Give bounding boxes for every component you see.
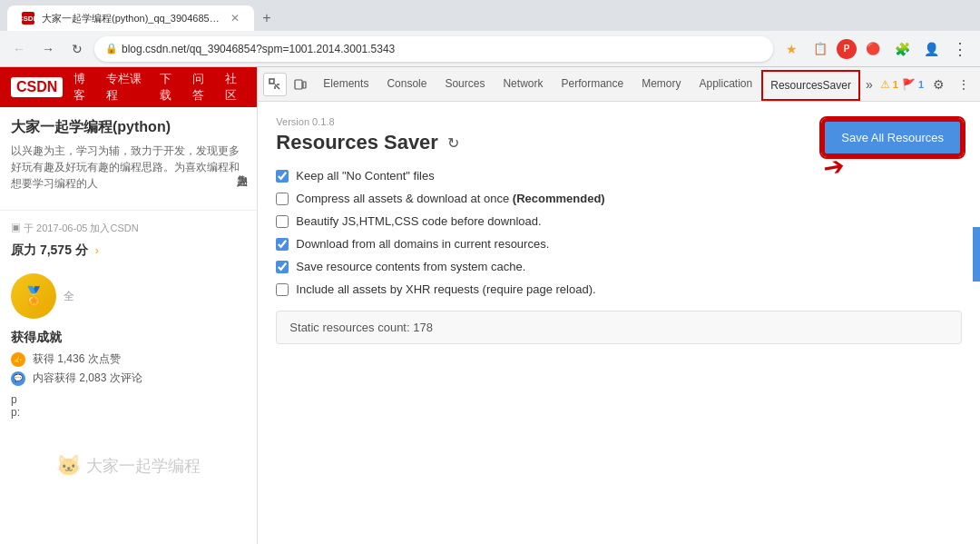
settings-button[interactable]: ⚙ [927,74,949,95]
csdn-header: CSDN 博客 专栏课程 下载 问答 社区 [0,67,257,107]
tab-elements[interactable]: Elements [314,67,377,102]
reload-button[interactable]: ↻ [65,37,89,61]
info-icon: 🚩 [902,78,916,91]
achievement-likes: 👍 获得 1,436 次点赞 [11,351,246,367]
tab-close[interactable]: ✕ [230,12,240,25]
achievement-comments: 💬 内容获得 2,083 次评论 [11,371,246,386]
info-count: 1 [918,79,924,90]
csdn-profile: ▣ 于 2017-06-05 加入CSDN 原力 7,575 分 › 🏅 全 获… [0,210,257,430]
checkbox-no-content-label: Keep all "No Content" files [296,169,434,183]
url-text: blog.csdn.net/qq_39046854?spm=1001.2014.… [122,43,395,55]
checkbox-beautify-input[interactable] [276,215,289,228]
bottom-label-p: p [11,393,246,406]
csdn-nav-blog[interactable]: 博客 [74,71,95,104]
checkbox-xhr: Include all assets by XHR requests (requ… [276,282,962,296]
lock-icon: 🔒 [105,43,118,54]
tab-network[interactable]: Network [494,67,552,102]
extension-icon-3[interactable]: 🔴 [860,36,886,62]
extensions-button[interactable]: 🧩 [889,36,915,62]
forward-button[interactable]: → [36,37,60,61]
url-bar[interactable]: 🔒 blog.csdn.net/qq_39046854?spm=1001.201… [94,36,773,62]
achievements-title: 获得成就 [11,330,246,346]
toolbar-icons: ★ 📋 P 🔴 🧩 👤 ⋮ [779,36,973,62]
browser-tab[interactable]: CSDN 大家一起学编程(python)_qq_39046854的博客-CSDN… [7,5,254,31]
tab-application[interactable]: Application [691,67,762,102]
checkbox-beautify: Beautify JS,HTML,CSS code before downloa… [276,214,962,228]
address-bar: ← → ↻ 🔒 blog.csdn.net/qq_39046854?spm=10… [0,31,980,67]
bottom-label-p2: p: [11,406,246,419]
static-count-box: Static resources count: 178 [276,311,962,344]
csdn-logo[interactable]: CSDN [11,77,63,97]
bottom-labels: p p: [11,393,246,419]
csdn-nav-course[interactable]: 专栏课程 [106,71,149,104]
tab-bar: CSDN 大家一起学编程(python)_qq_39046854的博客-CSDN… [0,0,980,31]
plugin-refresh-icon[interactable]: ↻ [447,134,459,152]
medal-icon: 🏅 [11,273,56,319]
rank-section: 原力 7,575 分 › [11,242,99,259]
checkbox-xhr-input[interactable] [276,283,289,296]
checkbox-compress-label: Compress all assets & download at once (… [296,192,604,205]
user-avatar[interactable]: 👤 [918,36,944,62]
static-count-label: Static resources count: 178 [289,321,433,334]
likes-icon: 👍 [11,352,25,367]
plugin-title: Resources Saver [276,131,438,154]
extension-icon-1[interactable]: 📋 [808,36,833,62]
checkbox-compress: Compress all assets & download at once (… [276,192,962,205]
tab-memory[interactable]: Memory [632,67,690,102]
warning-count: 1 [893,79,898,90]
rank-label: 原力 7,575 分 [11,242,88,259]
inspect-element-button[interactable] [263,73,287,96]
info-badge[interactable]: 🚩 1 [902,78,924,91]
rank-arrow[interactable]: › [95,244,99,257]
more-options-button[interactable]: ⋮ [953,74,975,95]
save-all-resources-button[interactable]: Save All Resources [823,120,962,155]
tab-sources[interactable]: Sources [436,67,494,102]
browser-chrome: CSDN 大家一起学编程(python)_qq_39046854的博客-CSDN… [0,0,980,67]
csdn-nav-download[interactable]: 下载 [160,71,181,104]
devtools-content: Version 0.1.8 Resources Saver ↻ Save All… [258,102,980,544]
devtools-panel: Elements Console Sources Network Perform… [258,67,980,544]
checkbox-system-cache: Save resource contents from system cache… [276,260,962,273]
svg-rect-1 [295,80,302,89]
menu-button[interactable]: ⋮ [947,36,973,62]
new-tab-button[interactable]: + [254,5,279,31]
watermark-section: 🐱 大家一起学编程 [0,439,257,493]
checkbox-compress-input[interactable] [276,193,289,205]
bookmark-star-icon[interactable]: ★ [779,36,804,62]
csdn-nav-community[interactable]: 社区 [225,71,247,104]
checkbox-no-content-input[interactable] [276,170,289,183]
warning-icon: ⚠ [880,78,890,91]
checkbox-list: Keep all "No Content" files Compress all… [276,169,962,296]
devtools-right-icons: ⚠ 1 🚩 1 ⚙ ⋮ [880,74,975,95]
extension-icon-2[interactable]: P [837,39,857,59]
medal-row: 🏅 全 [11,273,246,319]
tab-performance[interactable]: Performance [552,67,632,102]
tab-console[interactable]: Console [377,67,436,102]
article-desc: 以兴趣为主，学习为辅，致力于开发，发现更多好玩有趣及好玩有趣的编程思路。为喜欢编… [11,143,246,192]
more-tabs-button[interactable]: » [860,77,878,92]
likes-label: 获得 1,436 次点赞 [33,351,121,367]
svg-rect-2 [303,82,306,88]
tab-favicon: CSDN [22,12,34,25]
tab-title: 大家一起学编程(python)_qq_39046854的博客-CSDN博客 [42,12,223,25]
devtools-tabs: Elements Console Sources Network Perform… [314,67,877,102]
medal-label: 全 [64,289,74,304]
back-button[interactable]: ← [7,37,31,61]
checkbox-all-domains-input[interactable] [276,238,289,251]
checkbox-system-cache-input[interactable] [276,261,289,273]
device-mode-button[interactable] [289,73,312,96]
comments-icon: 💬 [11,371,25,386]
checkbox-xhr-label: Include all assets by XHR requests (requ… [296,282,595,296]
checkbox-system-cache-label: Save resource contents from system cache… [296,260,525,273]
checkbox-no-content: Keep all "No Content" files [276,169,962,183]
svg-rect-0 [270,79,274,84]
tab-resources-saver[interactable]: ResourcesSaver [761,70,860,101]
comments-label: 内容获得 2,083 次评论 [33,371,142,386]
main-content: CSDN 博客 专栏课程 下载 问答 社区 大家一起学编程(python) 以兴… [0,67,980,544]
checkbox-all-domains-label: Download from all domains in current res… [296,237,549,251]
csdn-nav-qa[interactable]: 问答 [192,71,214,104]
csdn-nav: 博客 专栏课程 下载 问答 社区 [74,71,246,104]
warning-badge[interactable]: ⚠ 1 [880,78,898,91]
achievements-section: 获得成就 👍 获得 1,436 次点赞 💬 内容获得 2,083 次评论 [11,330,246,386]
watermark: 🐱 大家一起学编程 [56,454,201,478]
